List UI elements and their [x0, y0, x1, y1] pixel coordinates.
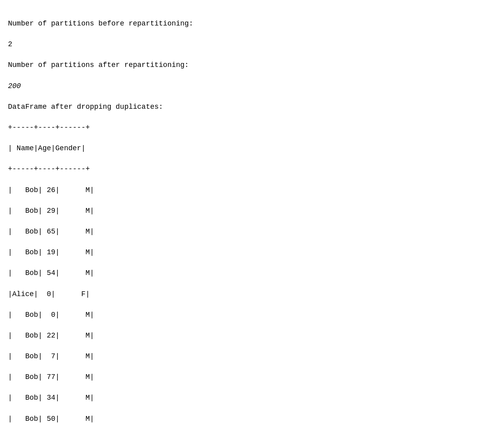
line-partitions-after-label: Number of partitions after repartitionin…: [8, 61, 189, 69]
table-row-5: |Alice| 0| F|: [8, 290, 90, 298]
table-row-11: | Bob| 50| M|: [8, 415, 94, 423]
output-container: Number of partitions before repartitioni…: [8, 8, 496, 424]
table-border-top: +-----+----+------+: [8, 124, 90, 132]
table-row-9: | Bob| 77| M|: [8, 373, 94, 381]
table-row-7: | Bob| 22| M|: [8, 332, 94, 340]
table-row-4: | Bob| 54| M|: [8, 269, 94, 277]
table-border-mid: +-----+----+------+: [8, 165, 90, 173]
line-partitions-before-label: Number of partitions before repartitioni…: [8, 20, 193, 27]
line-dataframe-label: DataFrame after dropping duplicates:: [8, 103, 163, 111]
line-partitions-after-value: 200: [8, 82, 21, 90]
table-row-6: | Bob| 0| M|: [8, 311, 94, 319]
table-row-1: | Bob| 29| M|: [8, 207, 94, 215]
line-partitions-before-value: 2: [8, 40, 12, 48]
table-row-10: | Bob| 34| M|: [8, 394, 94, 402]
table-row-8: | Bob| 7| M|: [8, 352, 94, 360]
table-header: | Name|Age|Gender|: [8, 144, 85, 152]
table-row-3: | Bob| 19| M|: [8, 248, 94, 256]
table-row-0: | Bob| 26| M|: [8, 186, 94, 194]
table-row-2: | Bob| 65| M|: [8, 228, 94, 236]
